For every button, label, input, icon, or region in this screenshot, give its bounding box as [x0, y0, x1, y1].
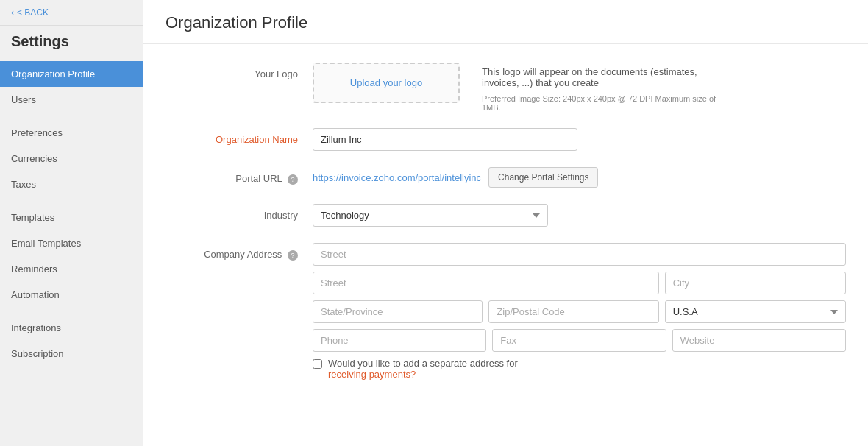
receiving-payments-link[interactable]: receiving payments? — [328, 369, 416, 380]
back-button[interactable]: ‹ < BACK — [0, 0, 143, 26]
sidebar-item-automation[interactable]: Automation — [0, 282, 143, 308]
upload-label: Upload your logo — [350, 77, 422, 88]
sidebar-item-currencies[interactable]: Currencies — [0, 146, 143, 171]
logo-upload-button[interactable]: Upload your logo — [313, 63, 460, 103]
sidebar-item-label: Templates — [11, 212, 54, 223]
state-zip-country-row: U.S.A United Kingdom Canada Australia In… — [313, 300, 846, 323]
logo-content: Upload your logo This logo will appear o… — [313, 63, 846, 112]
sidebar-item-label: Subscription — [11, 348, 64, 359]
logo-label: Your Logo — [166, 63, 313, 79]
main-body: Your Logo Upload your logo This logo wil… — [143, 44, 868, 414]
sidebar-item-label: Email Templates — [11, 238, 81, 249]
main-header: Organization Profile — [143, 0, 868, 44]
zip-input[interactable] — [488, 300, 658, 323]
sidebar-item-subscription[interactable]: Subscription — [0, 341, 143, 367]
portal-url-row: Portal URL ? https://invoice.zoho.com/po… — [166, 167, 846, 188]
industry-label: Industry — [166, 204, 313, 221]
sidebar-item-preferences[interactable]: Preferences — [0, 120, 143, 146]
portal-url-label: Portal URL ? — [166, 167, 313, 185]
back-icon: ‹ — [11, 7, 14, 18]
industry-row: Industry Technology Finance Healthcare E… — [166, 204, 846, 227]
company-address-row: Company Address ? U.S.A — [166, 243, 846, 380]
fax-input[interactable] — [492, 329, 666, 352]
sidebar-item-taxes[interactable]: Taxes — [0, 171, 143, 197]
separate-address-row: Would you like to add a separate address… — [313, 358, 846, 380]
change-portal-button[interactable]: Change Portal Settings — [488, 167, 598, 188]
sidebar-item-label: Reminders — [11, 263, 57, 275]
sidebar-item-label: Taxes — [11, 179, 36, 190]
street1-row — [313, 243, 846, 266]
company-address-label: Company Address ? — [166, 243, 313, 261]
org-name-label: Organization Name — [166, 128, 313, 145]
separate-address-checkbox[interactable] — [313, 359, 322, 369]
org-name-content — [313, 128, 846, 151]
sidebar-item-integrations[interactable]: Integrations — [0, 315, 143, 341]
logo-desc-main: This logo will appear on the documents (… — [482, 66, 725, 88]
phone-input[interactable] — [313, 329, 486, 352]
city-input[interactable] — [665, 272, 846, 294]
sidebar-item-org-profile[interactable]: Organization Profile — [0, 61, 143, 87]
sidebar-item-users[interactable]: Users — [0, 87, 143, 113]
sidebar-item-reminders[interactable]: Reminders — [0, 256, 143, 282]
org-name-row: Organization Name — [166, 128, 846, 151]
logo-desc-sub: Preferred Image Size: 240px x 240px @ 72… — [482, 94, 725, 112]
sidebar-item-email-templates[interactable]: Email Templates — [0, 230, 143, 256]
portal-url-link[interactable]: https://invoice.zoho.com/portal/intellyi… — [313, 172, 481, 183]
main-content: Organization Profile Your Logo Upload yo… — [143, 0, 868, 446]
sidebar-item-label: Users — [11, 94, 36, 105]
industry-select[interactable]: Technology Finance Healthcare Education … — [313, 204, 548, 227]
checkbox-label-text: Would you like to add a separate address… — [328, 358, 518, 380]
org-name-input[interactable] — [313, 128, 577, 151]
logo-description: This logo will appear on the documents (… — [482, 63, 725, 112]
company-address-help-icon[interactable]: ? — [288, 250, 298, 261]
street2-input[interactable] — [313, 272, 659, 294]
sidebar: ‹ < BACK Settings Organization Profile U… — [0, 0, 143, 446]
back-label: < BACK — [17, 7, 49, 18]
portal-url-help-icon[interactable]: ? — [288, 174, 298, 185]
state-input[interactable] — [313, 300, 483, 323]
sidebar-item-label: Currencies — [11, 153, 57, 164]
settings-title: Settings — [0, 26, 143, 61]
industry-content: Technology Finance Healthcare Education … — [313, 204, 846, 227]
page-title: Organization Profile — [166, 13, 846, 32]
logo-row: Your Logo Upload your logo This logo wil… — [166, 63, 846, 112]
website-input[interactable] — [672, 329, 846, 352]
sidebar-item-templates[interactable]: Templates — [0, 205, 143, 230]
sidebar-item-label: Automation — [11, 289, 60, 300]
sidebar-item-label: Integrations — [11, 322, 61, 333]
company-address-content: U.S.A United Kingdom Canada Australia In… — [313, 243, 846, 380]
street2-city-row — [313, 272, 846, 294]
street1-input[interactable] — [313, 243, 846, 266]
phone-fax-website-row — [313, 329, 846, 352]
sidebar-item-label: Organization Profile — [11, 68, 95, 79]
sidebar-item-label: Preferences — [11, 127, 63, 138]
portal-url-content: https://invoice.zoho.com/portal/intellyi… — [313, 167, 846, 188]
country-select[interactable]: U.S.A United Kingdom Canada Australia In… — [665, 300, 846, 323]
